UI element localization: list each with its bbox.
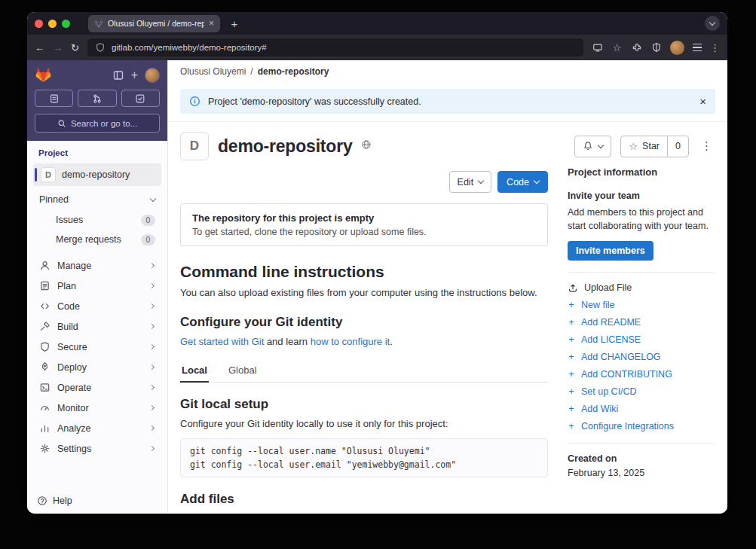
sidebar-item-deploy[interactable]: Deploy — [33, 357, 161, 377]
empty-repo-subtitle: To get started, clone the repository or … — [192, 227, 536, 237]
add-contributing-link[interactable]: +Add CONTRIBUTING — [568, 368, 715, 380]
bookmark-star-icon[interactable]: ☆ — [611, 42, 623, 53]
tab-local[interactable]: Local — [180, 358, 209, 383]
setup-cicd-link[interactable]: +Set up CI/CD — [568, 386, 715, 397]
cli-intro: You can also upload existing files from … — [180, 286, 548, 300]
sidebar-item-project[interactable]: D demo-repository — [33, 163, 161, 186]
chevron-right-icon — [149, 303, 155, 309]
edit-dropdown-button[interactable]: Edit — [449, 171, 492, 193]
sidebar-collapse-icon[interactable] — [112, 69, 124, 81]
plus-icon: + — [568, 351, 575, 362]
add-readme-link[interactable]: +Add README — [568, 316, 715, 328]
chevron-right-icon — [149, 405, 155, 410]
breadcrumb-owner-link[interactable]: Olususi Oluyemi — [180, 66, 246, 77]
reload-button[interactable]: ↻ — [71, 43, 79, 53]
tab-close-button[interactable]: × — [209, 19, 214, 28]
sidebar-item-issues[interactable]: Issues 0 — [33, 210, 161, 230]
add-files-heading: Add files — [180, 492, 548, 507]
new-tab-button[interactable]: + — [226, 17, 243, 30]
search-icon — [57, 119, 66, 128]
identity-links: Get started with Git and learn how to co… — [180, 335, 548, 349]
plus-icon: + — [568, 403, 575, 414]
pinned-section-toggle[interactable]: Pinned — [33, 189, 161, 210]
created-on-date: February 13, 2025 — [568, 468, 715, 478]
code-line: git config --local user.name "Olususi Ol… — [190, 444, 538, 458]
build-icon — [39, 321, 51, 332]
sidebar-nav: Project D demo-repository Pinned Issues … — [27, 141, 167, 488]
sidebar-item-manage[interactable]: Manage — [33, 255, 161, 276]
sidebar-item-merge-requests[interactable]: Merge requests 0 — [33, 230, 161, 249]
star-count[interactable]: 0 — [667, 136, 688, 157]
hamburger-menu-icon[interactable] — [693, 44, 702, 51]
zoom-window-button[interactable] — [62, 20, 70, 28]
more-actions-button[interactable]: ⋮ — [698, 139, 715, 153]
extensions-puzzle-icon[interactable] — [631, 42, 642, 53]
sidebar-item-plan[interactable]: Plan — [33, 276, 161, 296]
back-button[interactable]: ← — [35, 43, 44, 53]
sidebar-item-build[interactable]: Build — [33, 316, 161, 337]
how-to-configure-link[interactable]: how to configure it — [311, 336, 390, 347]
code-dropdown-button[interactable]: Code — [497, 171, 548, 193]
gitlab-app: + — [27, 60, 727, 514]
sidebar-item-monitor[interactable]: Monitor — [33, 398, 161, 418]
chevron-right-icon — [149, 263, 155, 268]
breadcrumb-project[interactable]: demo-repository — [258, 66, 329, 77]
git-identity-codeblock: git config --local user.name "Olususi Ol… — [180, 438, 548, 478]
help-icon — [37, 496, 47, 506]
sidebar-item-code[interactable]: Code — [33, 296, 161, 316]
mr-count-badge: 0 — [141, 234, 155, 246]
alert-message: Project 'demo-repository' was successful… — [208, 96, 692, 107]
sidebar-item-settings[interactable]: Settings — [33, 438, 161, 459]
shortcut-todos-button[interactable] — [121, 90, 160, 107]
site-info-shield-icon[interactable] — [95, 42, 106, 53]
upload-file-link[interactable]: Upload File — [568, 282, 715, 293]
empty-repo-title: The repository for this project is empty — [192, 212, 536, 224]
chevron-down-icon — [709, 19, 715, 25]
sidebar-item-operate[interactable]: Operate — [33, 377, 161, 398]
sidebar-header: + — [27, 60, 167, 141]
shortcut-merge-requests-button[interactable] — [78, 90, 116, 107]
browser-titlebar: Olususi Oluyemi / demo-repo... × + — [27, 12, 727, 35]
help-button[interactable]: Help — [27, 488, 167, 514]
minimize-window-button[interactable] — [48, 20, 57, 28]
pinned-label: Pinned — [39, 194, 69, 205]
gitlab-logo-icon[interactable] — [35, 67, 52, 83]
send-to-device-icon[interactable] — [592, 42, 603, 53]
tab-list-button[interactable] — [705, 16, 720, 31]
notification-bell-button[interactable] — [574, 136, 611, 157]
star-button[interactable]: ☆ Star — [621, 136, 667, 157]
upload-icon — [568, 282, 578, 293]
add-wiki-link[interactable]: +Add Wiki — [568, 403, 715, 414]
issues-count-badge: 0 — [141, 215, 155, 226]
create-new-plus-icon[interactable]: + — [131, 70, 138, 81]
browser-overflow-menu-icon[interactable]: ⋮ — [710, 42, 720, 53]
browser-tab[interactable]: Olususi Oluyemi / demo-repo... × — [88, 15, 220, 32]
tracking-shield-icon[interactable] — [650, 42, 662, 53]
user-avatar[interactable] — [145, 68, 160, 83]
new-file-link[interactable]: +New file — [568, 299, 715, 310]
shortcut-issues-button[interactable] — [35, 90, 73, 107]
plus-icon: + — [568, 316, 575, 328]
add-license-link[interactable]: +Add LICENSE — [568, 334, 715, 345]
invite-members-button[interactable]: Invite members — [568, 241, 653, 261]
context-label: Project — [38, 148, 161, 157]
local-setup-heading: Git local setup — [180, 397, 548, 412]
sidebar-item-secure[interactable]: Secure — [33, 337, 161, 357]
get-started-git-link[interactable]: Get started with Git — [180, 336, 264, 347]
gitlab-favicon — [94, 19, 103, 28]
chevron-down-icon — [150, 195, 156, 201]
close-window-button[interactable] — [35, 20, 43, 28]
tab-global[interactable]: Global — [227, 358, 259, 383]
gitlab-sidebar: + — [27, 60, 168, 514]
configure-integrations-link[interactable]: +Configure Integrations — [568, 420, 715, 432]
url-bar[interactable]: gitlab.com/yemiwebby/demo-repository# — [87, 38, 583, 56]
forward-button[interactable]: → — [53, 43, 63, 53]
add-changelog-link[interactable]: +Add CHANGELOG — [568, 351, 715, 362]
sidebar-item-analyze[interactable]: Analyze — [33, 418, 161, 438]
sidebar-search[interactable]: Search or go to... — [35, 114, 160, 133]
browser-profile-avatar[interactable] — [670, 41, 684, 55]
local-setup-text: Configure your Git identity locally to u… — [180, 417, 548, 432]
settings-gear-icon — [39, 443, 51, 454]
sidebar-shortcuts — [35, 90, 160, 107]
alert-close-button[interactable]: × — [699, 96, 706, 107]
